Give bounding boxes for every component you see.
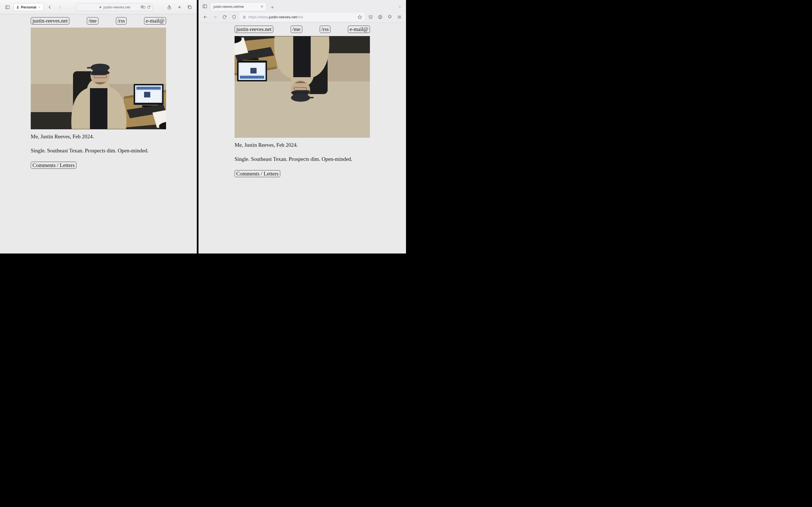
share-icon[interactable] [165, 3, 173, 11]
ff-forward-button[interactable] [211, 13, 219, 21]
safari-viewport: justin-reeves.net /me /rss e-mail@ [0, 14, 197, 253]
firefox-tab-active[interactable]: justin-reeves.net/me [210, 2, 267, 11]
photo-caption: Me, Justin Reeves, Feb 2024. [235, 142, 370, 148]
reload-icon[interactable] [147, 5, 151, 9]
profile-photo-rotated [235, 36, 370, 138]
forward-button[interactable] [56, 3, 64, 11]
safari-window: Personal justin-reeves.net [0, 0, 197, 253]
profile-label: Personal [21, 5, 36, 9]
comments-link[interactable]: Comments / Letters [31, 162, 77, 169]
lock-icon [99, 6, 102, 8]
page-content: justin-reeves.net /me /rss e-mail@ [31, 17, 166, 180]
nav-home[interactable]: justin-reeves.net [31, 17, 69, 24]
svg-rect-19 [87, 67, 92, 68]
lock-icon [243, 15, 246, 19]
ff-url: https://www.justin-reeves.net/me [248, 15, 303, 19]
svg-rect-9 [188, 6, 191, 8]
pocket-icon[interactable] [366, 13, 374, 21]
profile-photo [31, 27, 166, 129]
back-button[interactable] [46, 3, 54, 11]
svg-rect-39 [243, 17, 245, 18]
bookmark-star-icon[interactable] [357, 15, 362, 19]
site-nav: justin-reeves.net /me /rss e-mail@ [235, 25, 370, 33]
svg-rect-0 [6, 5, 9, 8]
nav-rss[interactable]: /rss [320, 25, 331, 33]
firefox-new-tab[interactable] [268, 3, 276, 11]
safari-toolbar: Personal justin-reeves.net [0, 0, 197, 14]
sidebar-toggle-icon[interactable] [3, 3, 11, 11]
translate-icon[interactable] [141, 5, 145, 9]
svg-rect-23 [137, 87, 161, 90]
bio-line: Single. Southeast Texan. Prospects dim. … [235, 156, 370, 162]
svg-rect-25 [144, 92, 150, 98]
firefox-tabstrip: justin-reeves.net/me [199, 0, 406, 11]
firefox-tab-title: justin-reeves.net/me [213, 5, 244, 9]
photo-caption: Me, Justin Reeves, Feb 2024. [31, 133, 166, 140]
new-tab-icon[interactable] [175, 3, 183, 11]
nav-me[interactable]: /me [87, 17, 98, 24]
site-nav: justin-reeves.net /me /rss e-mail@ [31, 17, 166, 24]
svg-point-2 [17, 6, 18, 7]
nav-email[interactable]: e-mail@ [144, 17, 166, 24]
svg-marker-40 [358, 15, 361, 19]
svg-rect-61 [250, 68, 257, 73]
shield-icon[interactable] [230, 13, 238, 21]
safari-address-bar[interactable]: justin-reeves.net [76, 3, 153, 11]
firefox-sidebar-icon[interactable] [201, 2, 209, 10]
tab-close-icon[interactable] [260, 5, 264, 9]
nav-email[interactable]: e-mail@ [348, 25, 370, 33]
firefox-viewport: justin-reeves.net /me /rss e-mail@ [199, 23, 406, 253]
bio-line: Single. Southeast Texan. Prospects dim. … [31, 148, 166, 154]
extensions-icon[interactable] [386, 13, 394, 21]
nav-me[interactable]: /me [291, 25, 302, 33]
svg-rect-16 [90, 88, 107, 129]
svg-rect-55 [308, 97, 313, 98]
firefox-toolbar: https://www.justin-reeves.net/me [199, 11, 406, 23]
nav-rss[interactable]: /rss [116, 17, 126, 24]
firefox-address-bar[interactable]: https://www.justin-reeves.net/me [240, 13, 365, 21]
ff-reload-button[interactable] [220, 13, 229, 21]
svg-point-42 [379, 16, 380, 17]
menu-icon[interactable] [395, 13, 403, 21]
svg-rect-52 [293, 36, 311, 77]
tabs-overview-icon[interactable] [186, 3, 193, 11]
svg-point-18 [91, 64, 110, 71]
account-icon[interactable] [376, 13, 384, 21]
page-content: justin-reeves.net /me /rss e-mail@ [235, 25, 370, 188]
svg-point-54 [291, 94, 310, 102]
svg-rect-31 [203, 4, 207, 8]
tabs-dropdown-icon[interactable] [396, 2, 404, 11]
comments-link[interactable]: Comments / Letters [235, 170, 280, 177]
nav-home[interactable]: justin-reeves.net [235, 25, 273, 33]
profile-selector[interactable]: Personal [13, 3, 44, 11]
safari-url: justin-reeves.net [103, 5, 130, 9]
svg-rect-3 [100, 7, 101, 8]
firefox-window: justin-reeves.net/me https://www.justin-… [199, 0, 406, 253]
svg-rect-59 [240, 76, 264, 78]
ff-back-button[interactable] [201, 13, 209, 21]
